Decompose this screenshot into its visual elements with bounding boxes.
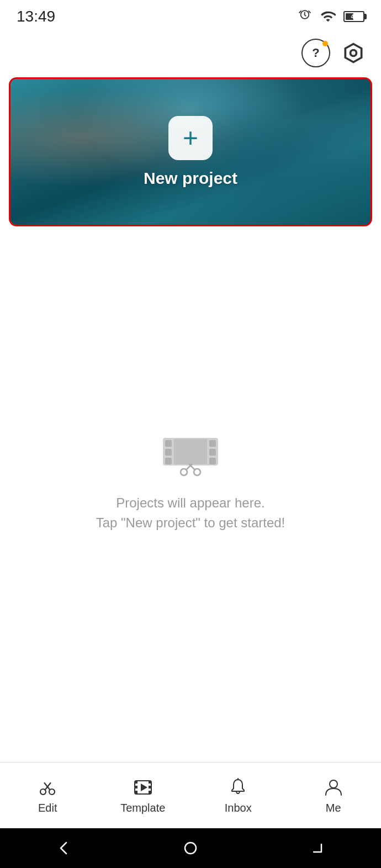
android-home-button[interactable] [179,837,202,859]
alarm-icon [297,9,313,24]
svg-rect-8 [174,439,207,464]
svg-marker-25 [141,784,147,791]
plus-button: + [168,116,213,160]
empty-state-text: Projects will appear here. Tap "New proj… [96,493,285,533]
notification-dot [322,41,328,46]
edit-label: Edit [38,802,57,814]
android-nav-bar [0,828,381,868]
svg-rect-21 [135,791,137,793]
inbox-label: Inbox [225,802,252,814]
status-icons: 49 [297,9,364,24]
status-bar: 13:49 49 [0,0,381,33]
me-label: Me [326,802,341,814]
empty-line2: Tap "New project" to get started! [96,515,285,530]
svg-point-0 [351,50,357,56]
battery-indicator: 49 [343,11,364,22]
plus-symbol: + [183,125,198,151]
svg-rect-24 [149,791,151,793]
new-project-banner[interactable]: + New project [9,77,372,226]
empty-state-icon [157,427,224,482]
svg-rect-2 [165,440,172,447]
svg-rect-23 [149,786,151,788]
svg-point-13 [189,464,192,467]
svg-rect-7 [209,458,216,464]
svg-point-27 [330,780,337,788]
new-project-label: New project [144,169,237,188]
help-icon: ? [312,46,319,60]
svg-point-28 [185,843,196,854]
empty-line1: Projects will appear here. [116,495,264,510]
help-button[interactable]: ? [301,39,330,67]
svg-rect-20 [135,786,137,788]
battery-text: 49 [351,14,357,20]
nav-item-edit[interactable]: Edit [0,776,96,814]
inbox-icon [227,776,249,798]
svg-rect-5 [209,440,216,447]
svg-rect-22 [149,781,151,784]
template-icon [132,776,154,798]
svg-rect-19 [135,781,137,784]
template-label: Template [120,802,165,814]
top-toolbar: ? [0,33,381,73]
nav-item-me[interactable]: Me [286,776,382,814]
settings-button[interactable] [339,39,368,67]
wifi-icon [320,9,336,24]
nav-item-template[interactable]: Template [96,776,191,814]
status-time: 13:49 [17,8,55,25]
svg-rect-3 [165,449,172,456]
android-back-button[interactable] [52,837,75,859]
settings-icon [341,41,366,65]
nav-item-inbox[interactable]: Inbox [190,776,286,814]
svg-rect-4 [165,458,172,464]
edit-icon [36,776,59,798]
android-recents-button[interactable] [306,837,329,859]
svg-rect-6 [209,449,216,456]
banner-content: + New project [10,79,371,225]
me-icon [322,776,345,798]
bottom-navigation: Edit Template [0,762,381,828]
empty-state: Projects will appear here. Tap "New proj… [0,231,381,762]
